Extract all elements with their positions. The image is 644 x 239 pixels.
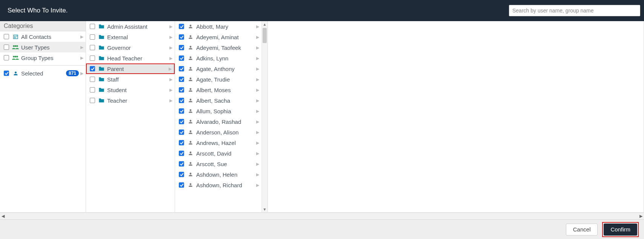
folder-label: Staff — [107, 76, 169, 83]
folder-icon — [98, 34, 105, 40]
checkbox[interactable] — [4, 55, 9, 60]
contact-row[interactable]: Abbott, Mary▶ — [175, 21, 261, 32]
contact-row[interactable]: Adeyemi, Taofeek▶ — [175, 42, 261, 53]
folder-label: Student — [107, 87, 169, 93]
selected-label: Selected — [21, 70, 66, 77]
checkbox[interactable] — [90, 56, 95, 61]
search-input[interactable] — [509, 5, 640, 16]
person-icon — [187, 108, 194, 114]
checkbox[interactable] — [90, 34, 95, 40]
checkbox[interactable] — [179, 66, 184, 71]
contacts-panel: Abbott, Mary▶Adeyemi, Aminat▶Adeyemi, Ta… — [175, 21, 268, 212]
checkbox[interactable] — [179, 130, 184, 135]
checkbox[interactable] — [179, 56, 184, 61]
contact-row[interactable]: Arscott, David▶ — [175, 148, 261, 159]
folder-row[interactable]: Head Teacher▶ — [86, 53, 175, 63]
selected-row[interactable]: Selected 871 ▶ — [0, 68, 86, 79]
category-row[interactable]: User Types▶ — [0, 42, 86, 52]
chevron-right-icon: ▶ — [80, 56, 83, 60]
horizontal-scrollbar[interactable]: ◀ ▶ — [0, 213, 644, 219]
checkbox[interactable] — [90, 98, 95, 103]
contact-label: Adeyemi, Aminat — [196, 34, 256, 40]
contact-row[interactable]: Andrews, Hazel▶ — [175, 137, 261, 148]
contact-row[interactable]: Albert, Sacha▶ — [175, 95, 261, 106]
contact-row[interactable]: Adkins, Lynn▶ — [175, 53, 261, 63]
scrollbar[interactable]: ▲ ▼ — [261, 21, 267, 212]
contact-row[interactable]: Arscott, Sue▶ — [175, 159, 261, 169]
checkbox[interactable] — [90, 24, 95, 29]
contact-row[interactable]: Agate, Trudie▶ — [175, 74, 261, 85]
chevron-right-icon: ▶ — [256, 45, 259, 50]
folder-row[interactable]: Staff▶ — [86, 74, 175, 85]
contact-row[interactable]: Agate, Anthony▶ — [175, 63, 261, 74]
person-icon — [187, 129, 194, 135]
chevron-right-icon: ▶ — [169, 77, 172, 82]
contact-row[interactable]: Albert, Moses▶ — [175, 85, 261, 95]
checkbox[interactable] — [179, 87, 184, 93]
dialog-title: Select Who To Invite. — [8, 7, 68, 14]
checkbox[interactable] — [90, 66, 95, 71]
checkbox[interactable] — [179, 182, 184, 188]
checkbox[interactable] — [179, 34, 184, 40]
contact-label: Alvarado, Rashad — [196, 119, 256, 125]
contact-label: Agate, Trudie — [196, 76, 256, 83]
folder-icon — [98, 76, 105, 82]
dialog-footer: Cancel Confirm — [0, 219, 644, 239]
contact-label: Ashdown, Helen — [196, 171, 256, 178]
checkbox[interactable] — [179, 161, 184, 167]
checkbox[interactable] — [4, 71, 9, 76]
checkbox[interactable] — [179, 119, 184, 124]
contact-row[interactable]: Anderson, Alison▶ — [175, 127, 261, 137]
scroll-down-icon[interactable]: ▼ — [262, 206, 267, 212]
checkbox[interactable] — [179, 98, 184, 103]
person-icon — [12, 70, 19, 76]
person-icon — [187, 87, 194, 93]
contact-label: Allum, Sophia — [196, 108, 256, 114]
checkbox[interactable] — [179, 45, 184, 50]
checkbox[interactable] — [90, 77, 95, 82]
folder-row[interactable]: Parent▶ — [86, 63, 175, 74]
svg-point-0 — [14, 35, 15, 37]
contact-row[interactable]: Ashdown, Richard▶ — [175, 180, 261, 190]
chevron-right-icon: ▶ — [169, 24, 172, 29]
category-row[interactable]: All Contacts▶ — [0, 31, 86, 42]
checkbox[interactable] — [4, 45, 9, 50]
category-row[interactable]: Group Types▶ — [0, 52, 86, 63]
contact-row[interactable]: Adeyemi, Aminat▶ — [175, 32, 261, 42]
contact-label: Agate, Anthony — [196, 66, 256, 72]
checkbox[interactable] — [179, 140, 184, 145]
folder-icon — [98, 66, 105, 72]
contact-row[interactable]: Allum, Sophia▶ — [175, 106, 261, 116]
folder-row[interactable]: Teacher▶ — [86, 95, 175, 106]
checkbox[interactable] — [179, 77, 184, 82]
checkbox[interactable] — [4, 34, 9, 39]
chevron-right-icon: ▶ — [169, 35, 172, 40]
person-icon — [187, 66, 194, 72]
person-icon — [187, 76, 194, 82]
checkbox[interactable] — [90, 87, 95, 93]
contact-row[interactable]: Alvarado, Rashad▶ — [175, 116, 261, 127]
chevron-right-icon: ▶ — [169, 88, 172, 93]
checkbox[interactable] — [179, 108, 184, 114]
scroll-thumb[interactable] — [263, 28, 267, 43]
checkbox[interactable] — [179, 151, 184, 156]
checkbox[interactable] — [179, 24, 184, 29]
confirm-button[interactable]: Confirm — [604, 224, 637, 236]
folder-row[interactable]: Governor▶ — [86, 42, 175, 53]
person-icon — [187, 171, 194, 177]
svg-point-4 — [13, 56, 15, 58]
folder-row[interactable]: Admin Assistant▶ — [86, 21, 175, 32]
scroll-right-icon[interactable]: ▶ — [639, 214, 642, 219]
folder-label: Admin Assistant — [107, 23, 169, 30]
chevron-right-icon: ▶ — [169, 66, 172, 71]
scroll-left-icon[interactable]: ◀ — [2, 214, 5, 219]
folder-row[interactable]: Student▶ — [86, 85, 175, 95]
contact-label: Arscott, Sue — [196, 161, 256, 167]
contact-row[interactable]: Ashdown, Helen▶ — [175, 169, 261, 180]
scroll-up-icon[interactable]: ▲ — [262, 21, 267, 27]
checkbox[interactable] — [90, 45, 95, 50]
svg-point-1 — [13, 45, 15, 47]
folder-row[interactable]: External▶ — [86, 32, 175, 42]
checkbox[interactable] — [179, 172, 184, 177]
cancel-button[interactable]: Cancel — [566, 224, 598, 236]
